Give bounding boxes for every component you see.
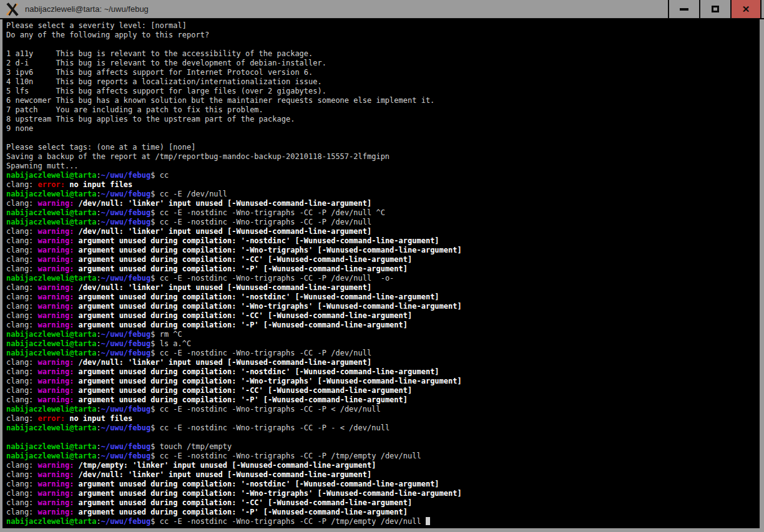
terminal-output: Please select a severity level: [normal]…: [2, 19, 760, 526]
terminal-line: 3 ipv6 This bug affects support for Inte…: [6, 68, 760, 77]
terminal-line: clang: warning: /dev/null: 'linker' inpu…: [6, 199, 760, 208]
terminal-line: 9 none: [6, 124, 760, 133]
terminal-line: clang: warning: argument unused during c…: [6, 264, 760, 274]
terminal-line: clang: warning: argument unused during c…: [6, 498, 760, 508]
terminal-line: clang: warning: argument unused during c…: [6, 236, 760, 246]
terminal-line: [6, 133, 760, 143]
xterm-icon[interactable]: [6, 2, 19, 16]
terminal-line: clang: warning: argument unused during c…: [6, 321, 760, 330]
terminal-line: clang: warning: argument unused during c…: [6, 246, 760, 255]
terminal-line: clang: warning: argument unused during c…: [6, 293, 760, 302]
terminal-line: clang: warning: /dev/null: 'linker' inpu…: [6, 227, 760, 236]
terminal-line: nabijaczleweli@tarta:~/uwu/febug$ cc -E …: [6, 208, 760, 218]
terminal-line: nabijaczleweli@tarta:~/uwu/febug$ cc -E …: [6, 218, 760, 227]
terminal-line: Do any of the following apply to this re…: [6, 31, 760, 40]
terminal-line: Please select a severity level: [normal]: [6, 21, 760, 31]
maximize-icon: [712, 6, 719, 12]
terminal-line: Please select tags: (one at a time) [non…: [6, 143, 760, 152]
terminal-line: clang: error: no input files: [6, 180, 760, 190]
terminal-line: Saving a backup of the report at /tmp/re…: [6, 152, 760, 162]
terminal-line: 1 a11y This bug is relevant to the acces…: [6, 49, 760, 59]
terminal-line: clang: warning: argument unused during c…: [6, 367, 760, 377]
terminal-line: clang: warning: /dev/null: 'linker' inpu…: [6, 470, 760, 480]
terminal-line: 7 patch You are including a patch to fix…: [6, 105, 760, 115]
terminal-line: nabijaczleweli@tarta:~/uwu/febug$ cc -E …: [6, 452, 760, 461]
terminal-line: clang: warning: argument unused during c…: [6, 377, 760, 386]
titlebar[interactable]: nabijaczleweli@tarta: ~/uwu/febug ✕: [0, 0, 764, 19]
terminal-cursor: [426, 517, 430, 525]
minimize-icon: [680, 8, 688, 11]
terminal-line: nabijaczleweli@tarta:~/uwu/febug$ cc -E …: [6, 517, 760, 526]
terminal-line: 2 d-i This bug is relevant to the develo…: [6, 59, 760, 68]
terminal-line: clang: warning: argument unused during c…: [6, 386, 760, 395]
terminal-line: clang: warning: argument unused during c…: [6, 311, 760, 321]
window-controls: ✕: [668, 0, 764, 18]
terminal-window: nabijaczleweli@tarta: ~/uwu/febug ✕ Plea…: [0, 0, 764, 532]
terminal-line: nabijaczleweli@tarta:~/uwu/febug$ cc -E …: [6, 423, 760, 433]
terminal-line: clang: warning: /dev/null: 'linker' inpu…: [6, 283, 760, 293]
terminal-line: clang: warning: /dev/null: 'linker' inpu…: [6, 358, 760, 367]
terminal-line: nabijaczleweli@tarta:~/uwu/febug$ ls a.^…: [6, 339, 760, 349]
window-frame: Please select a severity level: [normal]…: [0, 19, 764, 532]
terminal-line: nabijaczleweli@tarta:~/uwu/febug$ touch …: [6, 442, 760, 452]
terminal-line: nabijaczleweli@tarta:~/uwu/febug$ cc -E …: [6, 190, 760, 199]
terminal-line: nabijaczleweli@tarta:~/uwu/febug$ cc -E …: [6, 274, 760, 283]
maximize-button[interactable]: [699, 0, 730, 18]
terminal-line: clang: error: no input files: [6, 414, 760, 423]
terminal-line: 8 upstream This bug applies to the upstr…: [6, 115, 760, 124]
terminal-line: [6, 433, 760, 442]
minimize-button[interactable]: [668, 0, 699, 18]
terminal-line: [6, 40, 760, 49]
terminal-line: 6 newcomer This bug has a known solution…: [6, 96, 760, 105]
terminal-line: clang: warning: argument unused during c…: [6, 255, 760, 264]
terminal-line: clang: warning: argument unused during c…: [6, 489, 760, 498]
terminal-line: clang: warning: argument unused during c…: [6, 480, 760, 489]
terminal-line: nabijaczleweli@tarta:~/uwu/febug$ cc -E …: [6, 405, 760, 414]
terminal-screen[interactable]: Please select a severity level: [normal]…: [2, 19, 760, 528]
terminal-line: Spawning mutt...: [6, 162, 760, 171]
terminal-line: nabijaczleweli@tarta:~/uwu/febug$ rm ^C: [6, 330, 760, 339]
window-title: nabijaczleweli@tarta: ~/uwu/febug: [25, 4, 149, 14]
terminal-line: 4 l10n This bug reports a localization/i…: [6, 77, 760, 87]
close-icon: ✕: [742, 4, 750, 14]
close-button[interactable]: ✕: [730, 0, 762, 18]
terminal-line: clang: warning: /tmp/empty: 'linker' inp…: [6, 461, 760, 470]
terminal-line: clang: warning: argument unused during c…: [6, 395, 760, 405]
terminal-line: nabijaczleweli@tarta:~/uwu/febug$ cc -E …: [6, 349, 760, 358]
terminal-line: 5 lfs This bug affects support for large…: [6, 87, 760, 96]
terminal-line: clang: warning: argument unused during c…: [6, 508, 760, 517]
terminal-line: clang: warning: argument unused during c…: [6, 302, 760, 311]
terminal-line: nabijaczleweli@tarta:~/uwu/febug$ cc: [6, 171, 760, 180]
